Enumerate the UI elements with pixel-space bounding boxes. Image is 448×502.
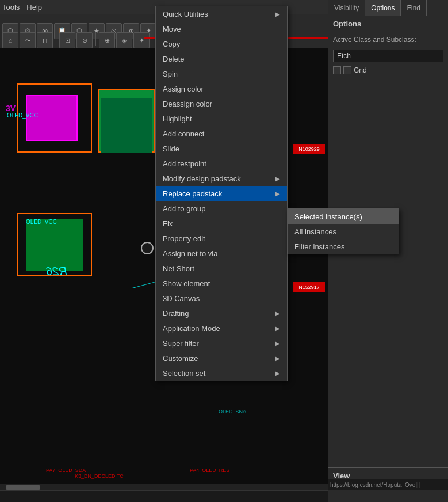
submenu-item-filter-instances[interactable]: Filter instances [288, 239, 399, 254]
tool-btn-r3[interactable]: ⊓ [37, 32, 53, 48]
panel-checkbox-2[interactable] [343, 66, 351, 74]
arrow-icon-application-mode: ▶ [275, 325, 280, 332]
scrollbar-thumb[interactable] [6, 485, 40, 490]
url-bar: https://blog.csdn.net/Haputa_Ovo||| [328, 479, 448, 490]
tab-visibility[interactable]: Visibility [328, 0, 365, 16]
menu-item-application-mode[interactable]: Application Mode ▶ [156, 321, 287, 336]
menu-item-copy[interactable]: Copy [156, 36, 287, 51]
menu-item-replace-padstack[interactable]: Replace padstack ▶ [156, 186, 287, 201]
tool-btn-r2[interactable]: 〜 [20, 32, 36, 48]
menu-item-add-connect[interactable]: Add connect [156, 126, 287, 141]
toolbar-separator-4 [95, 32, 96, 46]
panel-class-input[interactable] [333, 50, 443, 62]
panel-checkbox-1[interactable] [333, 66, 341, 74]
scrollbar-horizontal[interactable] [0, 484, 328, 490]
menu-tools[interactable]: Tools [2, 3, 20, 12]
tool-btn-r4[interactable]: ⊡ [59, 32, 75, 48]
arrow-icon-replace-padstack: ▶ [275, 191, 280, 197]
menu-item-slide[interactable]: Slide [156, 141, 287, 156]
label-k3: K3_DN_DECLED TC [75, 473, 124, 479]
label-n152929-bg: N102929 [293, 144, 325, 154]
tool-btn-r6[interactable]: ⊕ [99, 32, 115, 48]
label-n152917-bg: N152917 [293, 282, 325, 292]
tool-btn-r7[interactable]: ◈ [116, 32, 132, 48]
menu-item-assign-color[interactable]: Assign color [156, 81, 287, 96]
toolbar-separator-3 [56, 32, 56, 46]
menu-item-fix[interactable]: Fix [156, 216, 287, 231]
label-n152917: N152917 [298, 284, 320, 290]
menu-item-move[interactable]: Move [156, 21, 287, 36]
arrow-icon-customize: ▶ [275, 355, 280, 362]
submenu-item-all-instances[interactable]: All instances [288, 224, 399, 239]
menu-item-modify-padstack[interactable]: Modify design padstack ▶ [156, 171, 287, 186]
label-pa7: PA7_OLED_SDA [46, 467, 86, 473]
menu-item-deassign-color[interactable]: Deassign color [156, 96, 287, 111]
label-oled-sna: OLED_SNA [219, 409, 246, 414]
menu-item-spin[interactable]: Spin [156, 66, 287, 81]
tab-find[interactable]: Find [401, 0, 426, 16]
pcb-component-lower [26, 219, 83, 271]
menu-item-assign-net-via[interactable]: Assign net to via [156, 246, 287, 261]
menu-item-delete[interactable]: Delete [156, 51, 287, 66]
pcb-component-green [101, 98, 152, 153]
menu-item-add-testpoint[interactable]: Add testpoint [156, 156, 287, 171]
panel-tabs: Visibility Options Find [328, 0, 448, 16]
arrow-icon-selection-set: ▶ [275, 370, 280, 377]
menu-item-super-filter[interactable]: Super filter ▶ [156, 336, 287, 351]
menu-item-show-element[interactable]: Show element [156, 276, 287, 291]
arrow-icon-quick-utilities: ▶ [275, 11, 280, 17]
submenu-item-selected-instances[interactable]: Selected instance(s) [288, 209, 399, 224]
arrow-icon-drafting: ▶ [275, 310, 280, 317]
menu-item-net-short[interactable]: Net Short [156, 261, 287, 276]
tool-btn-r8[interactable]: ✦ [133, 32, 150, 48]
url-text: https://blog.csdn.net/Haputa_Ovo||| [330, 482, 420, 488]
replace-padstack-submenu: Selected instance(s) All instances Filte… [287, 208, 399, 254]
menu-help[interactable]: Help [26, 3, 42, 12]
tool-btn-r1[interactable]: ⌂ [2, 32, 18, 48]
pcb-via [141, 242, 154, 254]
label-pa4: PA4_OLED_RES [190, 467, 229, 473]
context-menu: Quick Utilities ▶ Move Copy Delete Spin … [155, 6, 288, 381]
arrow-icon-super-filter: ▶ [275, 340, 280, 347]
panel-section-title: Options [328, 16, 448, 32]
label-oled-vcc2: OLED_VCC [26, 219, 57, 225]
label-3v: 3V [6, 104, 16, 113]
panel-subclass-label: Gnd [354, 66, 367, 74]
menu-item-selection-set[interactable]: Selection set ▶ [156, 366, 287, 381]
tool-btn-r5[interactable]: ⊛ [76, 32, 93, 48]
label-r26: R26 [46, 265, 67, 278]
tab-options[interactable]: Options [365, 0, 401, 16]
menu-item-drafting[interactable]: Drafting ▶ [156, 306, 287, 321]
label-oled-vcc1: OLED_VCC [7, 112, 38, 119]
arrow-icon-modify-padstack: ▶ [275, 176, 280, 182]
menu-item-add-to-group[interactable]: Add to group [156, 201, 287, 216]
menu-item-customize[interactable]: Customize ▶ [156, 351, 287, 366]
status-bar [0, 490, 328, 502]
panel-subclass-row: Gnd [328, 64, 448, 76]
menu-item-property-edit[interactable]: Property edit [156, 231, 287, 246]
label-n152929: N102929 [298, 146, 320, 152]
menu-item-highlight[interactable]: Highlight [156, 111, 287, 126]
menu-item-3d-canvas[interactable]: 3D Canvas [156, 291, 287, 306]
menu-item-quick-utilities[interactable]: Quick Utilities ▶ [156, 6, 287, 21]
panel-class-label: Active Class and Subclass: [328, 32, 448, 47]
